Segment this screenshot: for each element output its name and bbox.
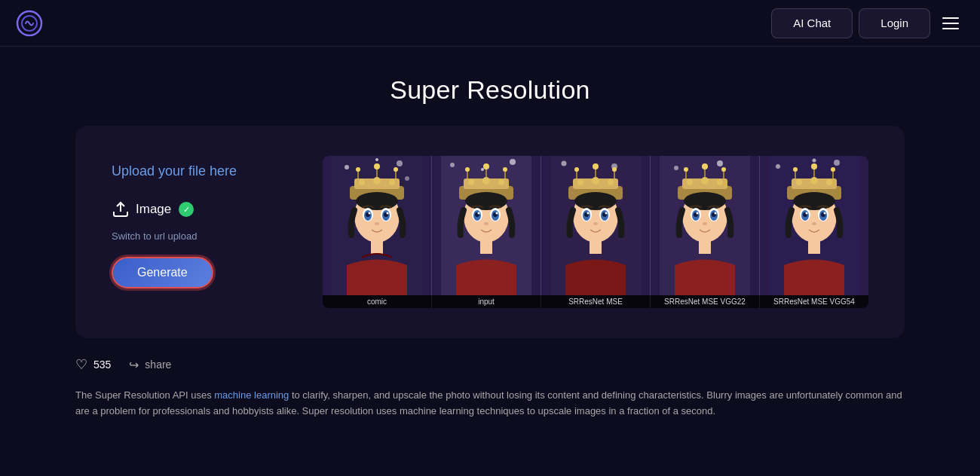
description-before-link: The Super Resolution API uses: [75, 389, 214, 401]
svg-point-139: [824, 212, 826, 215]
svg-point-47: [483, 163, 489, 169]
label-srresnet-vgg22: SRResNet MSE VGG22: [651, 295, 760, 308]
svg-point-73: [574, 167, 579, 172]
logo-icon[interactable]: [15, 9, 44, 38]
svg-point-68: [592, 177, 599, 185]
svg-point-4: [345, 165, 349, 169]
svg-point-111: [715, 212, 717, 215]
svg-point-75: [612, 167, 617, 172]
panel-input: [432, 156, 541, 295]
svg-point-130: [831, 167, 835, 172]
svg-point-116: [834, 160, 840, 166]
machine-learning-link[interactable]: machine learning: [214, 389, 289, 401]
svg-point-101: [702, 163, 708, 169]
share-icon: ↪: [129, 358, 139, 372]
svg-point-7: [405, 176, 409, 181]
ai-chat-button[interactable]: AI Chat: [771, 8, 853, 38]
svg-point-34: [510, 159, 516, 165]
svg-point-29: [387, 212, 389, 215]
panel-srresnet-vgg22: [651, 156, 760, 295]
svg-point-61: [562, 161, 567, 166]
svg-rect-141: [808, 239, 820, 254]
svg-point-14: [389, 179, 395, 185]
left-panel: Upload your file here Image ✓ Switch to …: [112, 156, 277, 288]
svg-point-140: [812, 222, 816, 225]
login-button[interactable]: Login: [859, 8, 930, 38]
svg-point-58: [484, 222, 488, 225]
image-label: Image: [136, 202, 171, 217]
svg-point-5: [397, 160, 403, 166]
upload-icon-box[interactable]: Image: [112, 200, 171, 218]
svg-point-19: [374, 163, 380, 169]
menu-button[interactable]: [936, 11, 965, 35]
image-panels: [323, 156, 868, 295]
svg-point-95: [701, 177, 709, 185]
svg-point-89: [717, 160, 723, 166]
share-label: share: [145, 359, 171, 371]
label-input: input: [432, 295, 541, 308]
svg-point-102: [721, 167, 726, 172]
svg-point-124: [826, 179, 832, 185]
svg-point-41: [482, 177, 490, 185]
svg-point-85: [593, 222, 598, 225]
svg-point-20: [394, 167, 398, 172]
image-strip-container: comic input SRResNet MSE SRResNet MSE VG…: [323, 156, 868, 308]
header-left: [15, 9, 44, 38]
label-comic: comic: [323, 295, 432, 308]
panel-comic: [323, 156, 432, 295]
image-label-bar: comic input SRResNet MSE SRResNet MSE VG…: [323, 295, 868, 308]
panel-srresnet-vgg54: [760, 156, 868, 295]
svg-rect-113: [699, 239, 711, 254]
image-upload-row: Image ✓: [112, 200, 194, 218]
svg-point-33: [450, 163, 455, 167]
svg-point-84: [605, 212, 608, 215]
like-count: 535: [93, 359, 111, 371]
svg-point-48: [503, 167, 507, 172]
svg-point-56: [478, 212, 480, 215]
page-title: Super Resolution: [0, 75, 980, 105]
svg-point-122: [796, 179, 802, 185]
label-srresnet-vgg54: SRResNet MSE VGG54: [760, 295, 868, 308]
svg-point-100: [684, 167, 688, 172]
upload-check-icon: ✓: [179, 202, 194, 217]
label-srresnet-mse: SRResNet MSE: [541, 295, 651, 308]
svg-point-123: [810, 177, 818, 185]
header: AI Chat Login: [0, 0, 980, 47]
svg-point-35: [481, 168, 484, 171]
bottom-section: ♡ 535 ↪ share The Super Resolution API u…: [75, 338, 905, 432]
svg-rect-86: [590, 239, 602, 254]
page-title-section: Super Resolution: [0, 47, 980, 126]
svg-point-129: [811, 163, 817, 169]
header-right: AI Chat Login: [771, 8, 965, 38]
like-button[interactable]: ♡ 535: [75, 356, 111, 373]
like-share-row: ♡ 535 ↪ share: [75, 356, 905, 373]
svg-point-28: [369, 212, 371, 215]
svg-point-110: [697, 212, 699, 215]
main-content: Upload your file here Image ✓ Switch to …: [0, 126, 980, 432]
svg-point-96: [717, 179, 723, 185]
svg-point-94: [687, 179, 693, 185]
svg-rect-31: [371, 239, 383, 254]
svg-point-69: [608, 179, 614, 185]
svg-point-40: [468, 179, 474, 185]
svg-point-42: [498, 179, 504, 185]
generate-button[interactable]: Generate: [112, 257, 213, 288]
heart-icon: ♡: [75, 356, 87, 373]
right-panel: comic input SRResNet MSE SRResNet MSE VG…: [323, 156, 868, 308]
svg-point-88: [674, 166, 678, 170]
svg-point-12: [359, 179, 365, 185]
main-card: Upload your file here Image ✓ Switch to …: [75, 126, 905, 338]
share-button[interactable]: ↪ share: [129, 358, 171, 372]
svg-point-6: [375, 158, 378, 161]
svg-point-18: [356, 167, 360, 172]
url-switch-link[interactable]: Switch to url upload: [112, 230, 197, 242]
svg-point-13: [373, 177, 381, 185]
svg-point-46: [465, 167, 470, 172]
svg-point-117: [813, 159, 816, 163]
svg-point-138: [806, 212, 808, 215]
svg-point-67: [577, 179, 583, 185]
svg-point-74: [593, 163, 599, 169]
upload-icon: [112, 200, 130, 218]
svg-point-112: [703, 222, 707, 225]
upload-label: Upload your file here: [112, 163, 237, 179]
